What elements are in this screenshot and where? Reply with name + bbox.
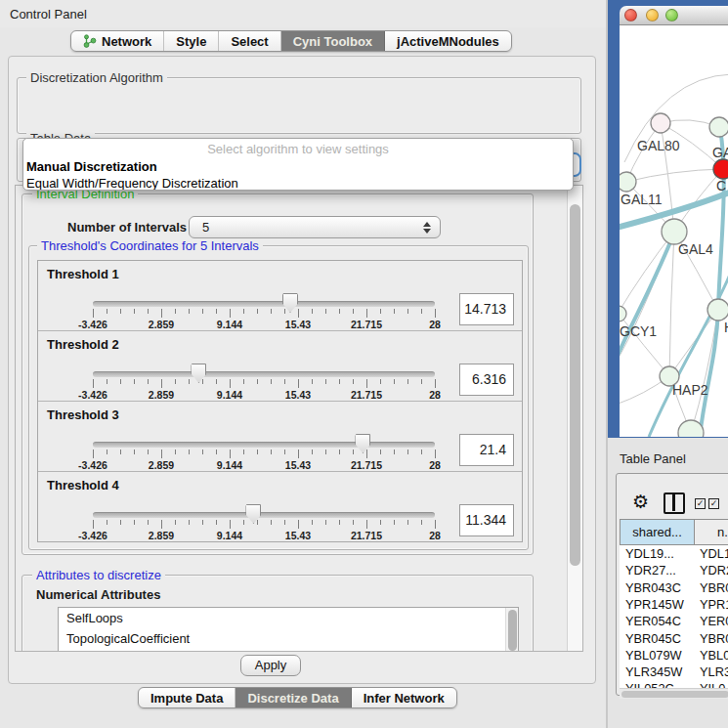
algorithm-option-equal-width-frequency-discretization[interactable]: Equal Width/Frequency Discretization [23,175,573,191]
table-h-scrollbar-thumb[interactable] [621,691,728,698]
threshold-slider[interactable]: -3.4262.8599.14415.4321.71528 [91,293,439,330]
cell-name: YPR1 [700,596,728,613]
tab-style[interactable]: Style [164,31,219,51]
columns-icon[interactable] [664,492,685,514]
tick-mark [189,520,190,525]
number-of-intervals-spinner[interactable]: 5 [189,216,441,238]
table-h-scrollbar[interactable] [620,688,728,699]
table-row[interactable]: YBR043CYBR0 [620,579,728,596]
cell-shared-name: YBR043C [625,579,681,596]
tick-mark [325,309,326,314]
tick-mark [312,309,313,314]
threshold-value-field[interactable]: 14.713 [459,293,514,325]
gear-icon[interactable]: ⚙ [632,491,649,512]
discretization-algorithm-title: Discretization Algorithm [26,70,167,85]
node-label: GAL80 [637,138,680,153]
pane-scrollbar-thumb[interactable] [570,204,580,566]
tab-cyni-toolbox[interactable]: Cyni Toolbox [281,31,385,51]
apply-button[interactable]: Apply [240,655,301,676]
slider-thumb[interactable] [245,504,261,524]
mac-close-icon[interactable] [624,9,637,21]
tab-jactivemnodules[interactable]: jActiveMNodules [385,31,511,51]
tick-mark [394,309,395,314]
attributes-group-title: Attributes to discretize [32,568,165,582]
numerical-attributes-list[interactable]: SelfLoopsTopologicalCoefficientBetweenne… [58,607,519,652]
threshold-slider[interactable]: -3.4262.8599.14415.4321.71528 [91,504,439,541]
cell-shared-name: YBR045C [625,630,681,647]
network-node-h[interactable] [707,299,728,321]
tab-infer-network[interactable]: Infer Network [352,688,456,707]
tick-mark [271,379,272,384]
network-node-gal80[interactable] [651,113,670,133]
threshold-slider[interactable]: -3.4262.8599.14415.4321.71528 [91,434,439,471]
table-column-header-name[interactable]: n... [695,519,728,545]
table-panel-box: ⚙ ✓ ✓ shared... n... YDL19...YDL1YDR27..… [616,473,728,696]
table-column-header-shared[interactable]: shared... [620,519,695,545]
table-row[interactable]: YPR145WYPR1 [620,596,728,613]
network-icon [83,34,97,48]
settings-scroll-pane: Interval Definition Number of Intervals … [15,185,583,652]
network-node-gcy1[interactable] [620,306,626,321]
tick-mark [284,379,285,384]
tick-mark [407,379,408,384]
tab-label: Select [231,34,268,49]
slider-track [93,442,435,448]
cell-name: YBR0 [700,579,728,596]
tick-mark [134,450,135,454]
threshold-value-field[interactable]: 6.316 [459,364,514,396]
network-edge[interactable] [626,169,723,182]
tick-mark [339,309,340,314]
slider-thumb[interactable] [355,434,370,453]
cell-shared-name: YDR27... [625,562,676,578]
table-row[interactable]: YLR345WYLR3 [620,664,728,680]
checkbox-icon[interactable]: ✓ [708,498,719,509]
slider-thumb[interactable] [191,364,206,383]
threshold-row: Threshold 2-3.4262.8599.14415.4321.71528… [38,331,522,402]
table-row[interactable]: YBR045CYBR0 [620,630,728,647]
tick-mark [120,520,121,525]
tab-impute-data[interactable]: Impute Data [139,688,236,707]
network-node-gal11[interactable] [620,172,636,192]
tick-mark [421,379,422,384]
network-edge[interactable] [669,232,674,376]
list-scrollbar[interactable] [505,608,518,652]
table-row[interactable]: YDL19...YDL1 [620,545,728,562]
tab-discretize-data[interactable]: Discretize Data [236,688,351,707]
tab-label: jActiveMNodules [397,34,499,49]
network-node-c[interactable] [713,159,728,179]
threshold-label: Threshold 2 [47,337,119,352]
network-edge[interactable] [620,232,674,314]
tick-mark [394,379,395,384]
algorithm-option-manual-discretization[interactable]: Manual Discretization [23,158,573,175]
tick-label: -3.426 [78,319,107,330]
threshold-value-field[interactable]: 11.344 [459,504,514,536]
tab-network[interactable]: Network [71,31,164,51]
tick-mark [189,379,190,384]
table-row[interactable]: YIL052CYIL0 [620,680,728,688]
mac-minimize-icon[interactable] [646,9,659,21]
tick-label: -3.426 [78,389,107,401]
threshold-value-field[interactable]: 21.4 [459,434,514,466]
attribute-item-topologicalcoefficient[interactable]: TopologicalCoefficient [59,628,518,649]
mac-zoom-icon[interactable] [665,9,678,21]
table-row[interactable]: YBL079WYBL0 [620,647,728,664]
network-node-ga[interactable] [709,117,728,137]
network-view[interactable]: GAL80GACGAL11GAL4GCY1HHAP2 [620,25,728,437]
threshold-slider[interactable]: -3.4262.8599.14415.4321.71528 [91,364,439,401]
tick-mark [298,450,299,458]
table-row[interactable]: YDR27...YDR2 [620,562,728,578]
pane-scrollbar[interactable] [567,186,582,651]
table-row[interactable]: YER054CYER0 [620,613,728,629]
list-scrollbar-thumb[interactable] [508,610,517,651]
dropdown-hint: Select algorithm to view settings [23,139,573,158]
node-label: C [716,178,726,193]
tick-mark [257,379,258,384]
attribute-item-selfloops[interactable]: SelfLoops [59,608,518,628]
attribute-item-betweennesscentrality[interactable]: BetweennessCentrality [59,649,518,652]
tab-select[interactable]: Select [219,31,280,51]
tick-mark [175,309,176,314]
network-window-titlebar[interactable] [620,6,728,25]
network-edge[interactable] [649,270,728,437]
tick-mark [339,379,340,384]
checkbox-icon[interactable]: ✓ [695,498,706,509]
